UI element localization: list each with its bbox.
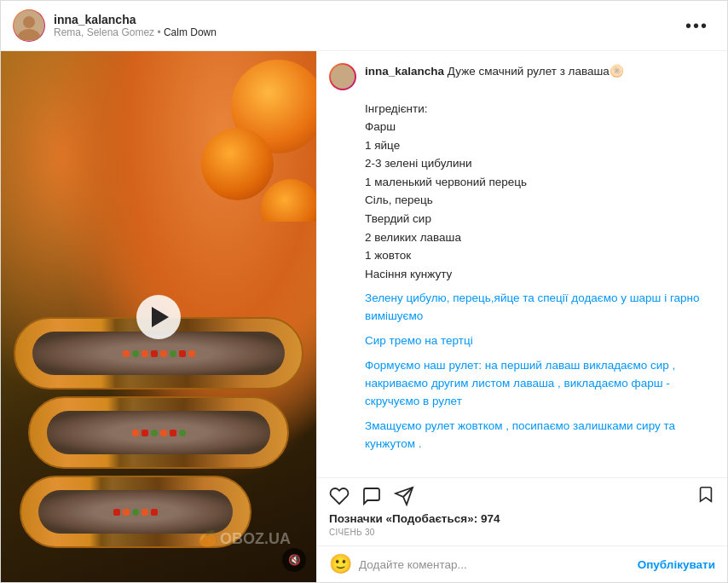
- share-icon: [394, 486, 414, 506]
- mute-button[interactable]: 🔇: [282, 548, 306, 572]
- post-image: 🔇 🍊 OBOZ.UA: [1, 51, 316, 582]
- bookmark-icon: [696, 485, 715, 504]
- play-icon: [152, 307, 169, 327]
- food-rolls: [1, 300, 316, 565]
- post-comments[interactable]: inna_kalancha Дуже смачний рулет з лаваш…: [317, 51, 727, 477]
- post-main: 🔇 🍊 OBOZ.UA inna_kalancha Дуже смачний р…: [1, 51, 727, 582]
- post-actions: Позначки «Подобається»: 974 СІЧЕНЬ 30: [317, 477, 727, 545]
- comment-avatar[interactable]: [329, 63, 356, 90]
- header-info: inna_kalancha Rema, Selena Gomez • Calm …: [54, 13, 670, 39]
- mute-icon: 🔇: [288, 554, 301, 566]
- action-icons-row: [329, 485, 715, 507]
- header-subtitle-prefix: Rema, Selena Gomez •: [54, 26, 164, 38]
- header-subtitle: Rema, Selena Gomez • Calm Down: [54, 26, 670, 38]
- header-avatar[interactable]: [13, 9, 45, 42]
- roll-filling-3: [38, 490, 233, 534]
- likes-label: Позначки «Подобається»:: [329, 512, 477, 525]
- share-button[interactable]: [394, 486, 414, 506]
- like-button[interactable]: [329, 486, 350, 506]
- recipe-step-3: Формуємо наш рулет: на перший лаваш викл…: [365, 357, 715, 411]
- more-button[interactable]: •••: [679, 13, 715, 39]
- caption-body: Дуже смачний рулет з лаваша🫓: [444, 65, 624, 78]
- post-header: inna_kalancha Rema, Selena Gomez • Calm …: [1, 1, 727, 51]
- orange-2: [201, 128, 274, 200]
- caption-text: inna_kalancha Дуже смачний рулет з лаваш…: [365, 63, 715, 453]
- emoji-button[interactable]: 🙂: [329, 553, 352, 575]
- watermark-text: OBOZ.UA: [220, 530, 291, 548]
- recipe-step-2: Сир тремо на тертці: [365, 332, 715, 350]
- comment-input[interactable]: [359, 558, 631, 571]
- comment-input-row: 🙂 Опублікувати: [317, 545, 727, 582]
- bookmark-button[interactable]: [696, 485, 715, 507]
- recipe-step-1: Зелену цибулю, перець,яйце та спеції дод…: [365, 290, 715, 326]
- recipe-step-4: Змащуємо рулет жовтком , посипаємо залиш…: [365, 418, 715, 453]
- comment-button[interactable]: [361, 486, 382, 506]
- caption-row: inna_kalancha Дуже смачний рулет з лаваш…: [329, 63, 715, 453]
- heart-icon: [329, 486, 350, 506]
- roll-slice-2: [28, 396, 289, 469]
- publish-button[interactable]: Опублікувати: [638, 558, 715, 571]
- likes-number: 974: [481, 512, 500, 525]
- likes-count: Позначки «Подобається»: 974: [329, 512, 715, 525]
- post-container: inna_kalancha Rema, Selena Gomez • Calm …: [0, 0, 728, 583]
- orange-3: [261, 179, 316, 222]
- recipe-ingredients: Інгредієнти: Фарш 1 яйце 2-3 зелені цибу…: [365, 81, 715, 284]
- comment-avatar-inner: [331, 65, 355, 89]
- svg-point-1: [18, 29, 40, 40]
- watermark: 🍊 OBOZ.UA: [198, 529, 291, 548]
- watermark-icon: 🍊: [198, 529, 217, 548]
- orange-decor: [180, 51, 316, 222]
- roll-filling-2: [47, 411, 270, 454]
- caption-username[interactable]: inna_kalancha: [365, 65, 444, 78]
- comment-icon: [361, 486, 382, 506]
- svg-point-0: [23, 16, 35, 28]
- header-username[interactable]: inna_kalancha: [54, 13, 670, 27]
- play-button[interactable]: [136, 295, 181, 339]
- post-right: inna_kalancha Дуже смачний рулет з лаваш…: [316, 51, 727, 582]
- post-date: СІЧЕНЬ 30: [329, 528, 715, 537]
- song-name: Calm Down: [164, 26, 217, 38]
